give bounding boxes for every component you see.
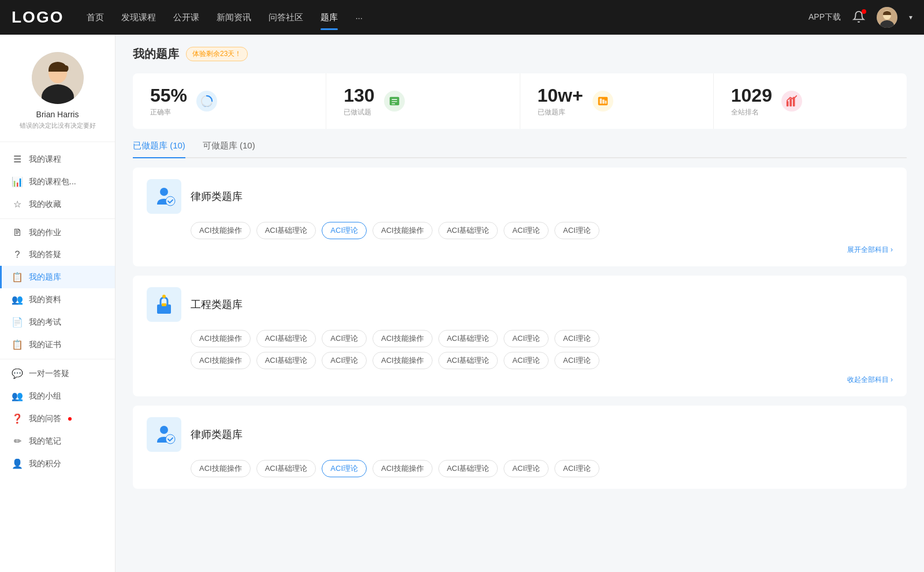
bank-tag[interactable]: ACI理论 <box>504 352 549 369</box>
sidebar-item-group[interactable]: 👥 我的小组 <box>0 385 115 407</box>
sidebar-avatar <box>32 52 84 104</box>
bank-card-lawyer-1: 律师类题库 ACI技能操作 ACI基础理论 ACI理论 ACI技能操作 ACI基… <box>133 168 907 266</box>
bank-tag[interactable]: ACI基础理论 <box>438 460 498 477</box>
sidebar-item-profile-label: 我的资料 <box>29 295 61 305</box>
user-dropdown-arrow[interactable]: ▾ <box>909 13 912 21</box>
bank-tag[interactable]: ACI理论 <box>554 460 599 477</box>
nav-discover[interactable]: 发现课程 <box>121 10 156 25</box>
bank-tag[interactable]: ACI技能操作 <box>372 330 433 347</box>
sidebar-item-profile[interactable]: 👥 我的资料 <box>0 288 115 311</box>
bank-tag[interactable]: ACI技能操作 <box>372 352 433 369</box>
points-icon: 👤 <box>12 458 23 469</box>
bank-icon: 📋 <box>12 272 23 283</box>
tab-available-banks[interactable]: 可做题库 (10) <box>203 140 255 157</box>
page-title: 我的题库 <box>133 46 179 62</box>
bank-tag[interactable]: ACI理论 <box>504 460 549 477</box>
bank-tag[interactable]: ACI技能操作 <box>372 222 433 239</box>
logo[interactable]: LOGO <box>12 8 64 27</box>
sidebar-divider-1 <box>0 218 115 219</box>
sidebar-item-qa-label: 我的答疑 <box>29 250 61 260</box>
sidebar-item-favorites-label: 我的收藏 <box>29 199 61 210</box>
nav-news[interactable]: 新闻资讯 <box>217 10 251 25</box>
sidebar-item-mycourse[interactable]: ☰ 我的课程 <box>0 148 115 170</box>
bank-tag[interactable]: ACI基础理论 <box>256 352 316 369</box>
bank-tag[interactable]: ACI理论 <box>504 222 549 239</box>
bank-tag[interactable]: ACI技能操作 <box>191 352 251 369</box>
notification-bell[interactable] <box>852 10 865 25</box>
nav-openclass[interactable]: 公开课 <box>173 10 199 25</box>
collapse-button-engineering[interactable]: 收起全部科目 › <box>847 375 893 385</box>
nav-home[interactable]: 首页 <box>87 10 104 25</box>
nav-more[interactable]: ··· <box>355 10 363 25</box>
lawyer-icon-2 <box>147 417 181 452</box>
bank-tag[interactable]: ACI理论 <box>554 330 599 347</box>
sidebar-menu: ☰ 我的课程 📊 我的课程包... ☆ 我的收藏 🖹 我的作业 ? 我的答疑 📋 <box>0 148 115 475</box>
qa-icon: ? <box>12 250 23 260</box>
tabs-row: 已做题库 (10) 可做题库 (10) <box>133 140 907 158</box>
svg-point-25 <box>166 434 175 444</box>
user-avatar[interactable] <box>877 7 897 28</box>
sidebar-item-exam[interactable]: 📄 我的考试 <box>0 311 115 333</box>
group-icon: 👥 <box>12 391 23 402</box>
nav-qa[interactable]: 问答社区 <box>269 10 303 25</box>
svg-point-19 <box>160 188 168 196</box>
sidebar-item-points[interactable]: 👤 我的积分 <box>0 452 115 475</box>
sidebar-item-bank-label: 我的题库 <box>29 272 61 283</box>
svg-point-20 <box>166 196 175 206</box>
nav-bank[interactable]: 题库 <box>321 10 338 25</box>
sidebar-item-coursepack[interactable]: 📊 我的课程包... <box>0 170 115 193</box>
sidebar-item-homework[interactable]: 🖹 我的作业 <box>0 222 115 244</box>
stat-accuracy: 55% 正确率 <box>133 73 326 129</box>
notification-dot <box>862 9 866 14</box>
stat-done-number: 130 <box>344 85 374 106</box>
sidebar-item-exam-label: 我的考试 <box>29 317 61 328</box>
stat-accuracy-label: 正确率 <box>150 107 187 117</box>
bank-tags-engineering-row1: ACI技能操作 ACI基础理论 ACI理论 ACI技能操作 ACI基础理论 AC… <box>147 330 893 347</box>
bank-tag[interactable]: ACI基础理论 <box>438 330 498 347</box>
sidebar-item-qa[interactable]: ? 我的答疑 <box>0 244 115 266</box>
sidebar-item-bank[interactable]: 📋 我的题库 <box>0 266 115 288</box>
bank-tag[interactable]: ACI理论 <box>554 352 599 369</box>
bank-card-lawyer-1-header: 律师类题库 <box>147 179 893 214</box>
sidebar-item-1on1[interactable]: 💬 一对一答疑 <box>0 362 115 385</box>
app-download-button[interactable]: APP下载 <box>808 12 841 23</box>
exam-icon: 📄 <box>12 317 23 328</box>
bank-tag[interactable]: ACI基础理论 <box>438 352 498 369</box>
main-layout: Brian Harris 错误的决定比没有决定要好 ☰ 我的课程 📊 我的课程包… <box>0 35 924 572</box>
bank-tag[interactable]: ACI理论 <box>322 330 367 347</box>
topnav-right: APP下载 ▾ <box>808 7 912 28</box>
bank-tag[interactable]: ACI技能操作 <box>191 222 251 239</box>
bank-tag[interactable]: ACI理论 <box>322 352 367 369</box>
bank-tag[interactable]: ACI技能操作 <box>191 330 251 347</box>
sidebar-item-notes[interactable]: ✏ 我的笔记 <box>0 430 115 452</box>
stat-banks-number: 10w+ <box>538 85 583 106</box>
questions-icon: ❓ <box>12 413 23 424</box>
bank-tag[interactable]: ACI基础理论 <box>256 330 316 347</box>
bank-tag[interactable]: ACI技能操作 <box>191 460 251 477</box>
sidebar-item-coursepack-label: 我的课程包... <box>29 177 76 187</box>
bank-tag[interactable]: ACI理论 <box>504 330 549 347</box>
expand-button-lawyer-1[interactable]: 展开全部科目 › <box>847 245 893 255</box>
tab-done-banks[interactable]: 已做题库 (10) <box>133 140 185 157</box>
bank-tag[interactable]: ACI理论 <box>554 222 599 239</box>
lawyer-icon-1 <box>147 179 181 214</box>
sidebar-item-group-label: 我的小组 <box>29 391 61 402</box>
sidebar-motto: 错误的决定比没有决定要好 <box>20 121 96 130</box>
bank-tag[interactable]: ACI基础理论 <box>256 460 316 477</box>
sidebar-item-cert[interactable]: 📋 我的证书 <box>0 333 115 356</box>
sidebar-item-favorites[interactable]: ☆ 我的收藏 <box>0 193 115 216</box>
bank-card-engineering-header: 工程类题库 <box>147 287 893 322</box>
bank-tag-active-2[interactable]: ACI理论 <box>322 460 367 477</box>
trial-badge: 体验剩余23天！ <box>186 47 248 61</box>
svg-rect-14 <box>602 99 605 103</box>
bank-tag-active[interactable]: ACI理论 <box>322 222 367 239</box>
bank-tag[interactable]: ACI技能操作 <box>372 460 433 477</box>
sidebar-item-cert-label: 我的证书 <box>29 340 61 350</box>
stat-done-questions: 130 已做试题 <box>326 73 520 129</box>
engineering-icon <box>147 287 181 322</box>
bank-tag[interactable]: ACI基础理论 <box>438 222 498 239</box>
bank-tag[interactable]: ACI基础理论 <box>256 222 316 239</box>
done-questions-icon <box>384 91 405 112</box>
sidebar-item-questions[interactable]: ❓ 我的问答 <box>0 407 115 430</box>
homework-icon: 🖹 <box>12 228 23 238</box>
